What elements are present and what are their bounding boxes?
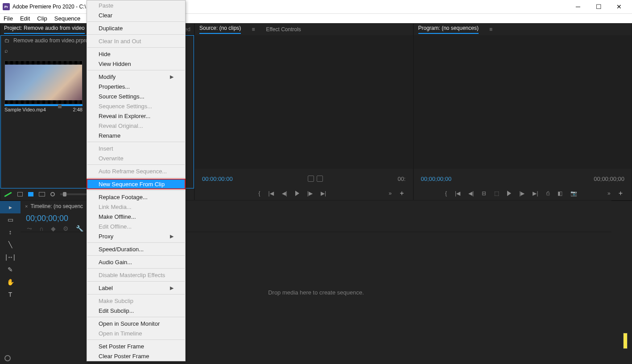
play-icon[interactable] [295, 191, 299, 196]
menu-separator [87, 317, 185, 317]
menu-edit[interactable]: Edit [20, 15, 30, 22]
write-toggle-icon[interactable] [4, 192, 12, 197]
menu-item[interactable]: Label▶ [87, 283, 185, 293]
program-tab[interactable]: Program: (no sequences) [418, 25, 479, 34]
search-icon[interactable]: ⌕ [4, 47, 8, 54]
menu-item[interactable]: Speed/Duration... [87, 244, 185, 254]
menu-item[interactable]: Clear Poster Frame [87, 351, 185, 361]
program-canvas[interactable] [414, 35, 632, 169]
step-forward-icon[interactable]: |▶ [307, 190, 313, 196]
hand-tool[interactable]: ✋ [0, 276, 21, 288]
export-frame-icon[interactable]: ⎙ [546, 190, 549, 196]
more-icon[interactable]: » [607, 190, 611, 196]
add-button-icon[interactable]: + [619, 189, 623, 197]
play-icon[interactable] [507, 191, 511, 196]
menu-item[interactable]: New Sequence From Clip [87, 179, 185, 189]
settings-icon[interactable]: ⚙ [63, 225, 69, 232]
menu-separator [87, 47, 185, 48]
menu-item[interactable]: Modify▶ [87, 72, 185, 82]
menu-separator [87, 190, 185, 191]
menu-item[interactable]: Duplicate [87, 23, 185, 33]
razor-tool[interactable]: ╲ [0, 238, 21, 251]
step-back-icon[interactable]: ◀| [282, 190, 287, 196]
go-to-in-icon[interactable]: |◀ [268, 190, 274, 196]
menu-sequence[interactable]: Sequence [54, 15, 81, 22]
go-to-out-icon[interactable]: ▶| [533, 190, 538, 196]
menu-item[interactable]: Rename [87, 131, 185, 140]
go-to-out-icon[interactable]: ▶| [321, 190, 326, 196]
clip-name: Sample Video.mp4 [4, 107, 46, 112]
list-view-icon[interactable] [17, 192, 23, 196]
source-fit-icon[interactable] [308, 176, 314, 182]
slip-tool[interactable]: |↔| [0, 251, 21, 263]
menu-item-label: Clear In and Out [99, 38, 141, 45]
step-back-icon[interactable]: ◀| [468, 190, 474, 196]
menu-item[interactable]: Properties... [87, 82, 185, 91]
program-panel-menu-icon[interactable]: ≡ [489, 26, 493, 33]
menu-item-label: Duplicate [99, 25, 123, 32]
menu-item-label: Disable Masterclip Effects [99, 272, 165, 278]
camera-icon[interactable]: 📷 [570, 190, 577, 196]
menu-item-label: Make Offline... [99, 213, 136, 220]
effect-controls-tab[interactable]: Effect Controls [266, 26, 301, 33]
menu-item[interactable]: Make Offline... [87, 212, 185, 221]
menu-item[interactable]: Audio Gain... [87, 257, 185, 267]
more-icon[interactable]: » [388, 190, 392, 196]
menu-separator [87, 34, 185, 35]
maximize-button[interactable]: ☐ [588, 0, 609, 13]
source-transport: { |◀ ◀| |▶ ▶| » + [195, 189, 413, 197]
ripple-edit-tool[interactable]: ↕ [0, 226, 21, 238]
mark-in-icon[interactable]: { [258, 190, 260, 196]
source-canvas[interactable] [195, 35, 413, 169]
menu-item[interactable]: Source Settings... [87, 91, 185, 101]
extract-icon[interactable]: ⬚ [494, 190, 499, 196]
globe-icon[interactable] [4, 355, 11, 361]
zoom-reset-icon[interactable] [50, 192, 55, 196]
menu-item[interactable]: Proxy▶ [87, 231, 185, 241]
step-forward-icon[interactable]: |▶ [519, 190, 525, 196]
go-to-in-icon[interactable]: |◀ [455, 190, 460, 196]
add-button-icon[interactable]: + [400, 189, 404, 197]
menu-item-label: Clear [99, 12, 112, 19]
clip-playhead-marker[interactable] [58, 105, 62, 108]
menu-item: Link Media... [87, 202, 185, 212]
menu-item[interactable]: Hide [87, 49, 185, 59]
menu-item[interactable]: Open in Source Monitor [87, 319, 185, 328]
menu-file[interactable]: File [4, 15, 13, 22]
app-logo-icon: Pr [3, 3, 10, 10]
project-tab[interactable]: Project: Remove audio from video [4, 25, 85, 34]
marker-icon[interactable]: ◆ [51, 225, 56, 232]
minimize-button[interactable]: ─ [568, 0, 588, 13]
menu-item[interactable]: Reveal in Explorer... [87, 111, 185, 121]
timeline-tab[interactable]: Timeline: (no sequenc [30, 203, 83, 209]
linked-selection-icon[interactable]: ∩ [39, 225, 44, 232]
context-menu: PasteClearDuplicateClear In and OutHideV… [87, 0, 186, 361]
menu-item[interactable]: Set Poster Frame [87, 341, 185, 351]
track-select-tool[interactable]: ▭ [0, 213, 21, 226]
type-tool[interactable]: T [0, 288, 21, 301]
source-panel-menu-icon[interactable]: ≡ [252, 26, 255, 33]
pen-tool[interactable]: ✎ [0, 263, 21, 276]
mark-in-icon[interactable]: { [445, 190, 447, 196]
clip-thumbnail[interactable]: Sample Video.mp4 2:48 [4, 61, 83, 112]
wrench-icon[interactable]: 🔧 [76, 225, 83, 232]
icon-view-icon[interactable] [28, 192, 33, 196]
selection-tool[interactable]: ▸ [0, 201, 21, 213]
close-button[interactable]: ✕ [609, 0, 629, 13]
menu-item[interactable]: Edit Subclip... [87, 306, 185, 315]
menu-item[interactable]: Clear [87, 10, 185, 20]
menu-separator [87, 70, 185, 70]
source-tc-right: 00: [397, 176, 405, 182]
source-settings-icon[interactable] [317, 176, 323, 182]
source-tab[interactable]: Source: (no clips) [199, 25, 241, 34]
close-tab-icon[interactable]: × [25, 204, 28, 209]
lift-icon[interactable]: ⊟ [482, 190, 486, 196]
menu-separator [87, 294, 185, 294]
menu-item[interactable]: View Hidden [87, 59, 185, 69]
menu-item[interactable]: Replace Footage... [87, 192, 185, 202]
menu-clip[interactable]: Clip [37, 15, 47, 22]
menu-item-label: Paste [99, 2, 113, 9]
snap-icon[interactable]: ⤳ [27, 225, 32, 232]
compare-icon[interactable]: ◧ [558, 190, 562, 196]
freeform-view-icon[interactable] [39, 192, 45, 196]
